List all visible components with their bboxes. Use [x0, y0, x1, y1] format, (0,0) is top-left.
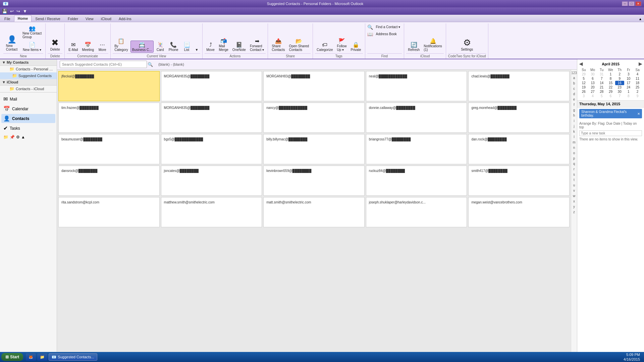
new-items-button[interactable]: 📄 New Items ▾ [21, 41, 43, 53]
alpha-q[interactable]: q [573, 161, 575, 167]
alpha-r[interactable]: r [574, 167, 575, 172]
new-contact-button[interactable]: 👤 NewContact [3, 35, 20, 53]
contact-card[interactable]: chad.lewis@████████ [468, 71, 570, 101]
alpha-m[interactable]: m [573, 140, 575, 145]
tab-addins[interactable]: Add-Ins [115, 15, 135, 22]
cal-day[interactable]: 31 [597, 72, 606, 76]
alpha-w[interactable]: w [573, 193, 575, 199]
mail-merge-button[interactable]: 📬 MailMerge [217, 37, 230, 53]
contact-card[interactable]: joseph.shuklaper@harleydavidson.c... [366, 197, 467, 227]
new-task-input[interactable] [579, 130, 642, 136]
cal-day[interactable]: 29 [606, 89, 615, 94]
contact-card[interactable]: nancy@████████████ [263, 103, 365, 133]
cal-day[interactable]: 25 [633, 85, 642, 89]
private-button[interactable]: 🔒 Private [349, 41, 363, 53]
tab-home[interactable]: Home [14, 15, 32, 22]
nav-expand-icon[interactable]: ▲ [21, 135, 25, 139]
move-button[interactable]: ⤴ Move [205, 41, 217, 53]
contact-card[interactable]: MORGANH835@████████ [161, 103, 262, 133]
cal-day[interactable]: 3 [579, 94, 588, 98]
card-button[interactable]: 🃏 Card [154, 41, 166, 53]
cal-day[interactable]: 1 [606, 72, 615, 76]
alpha-y[interactable]: y [573, 204, 575, 209]
contact-card[interactable]: jsncates@████████ [161, 166, 262, 196]
alpha-a[interactable]: a [573, 75, 575, 81]
cal-day[interactable]: 8 [606, 76, 615, 81]
taskbar-outlook[interactable]: 📧 Suggested Contacts... [49, 353, 97, 361]
forward-contact-button[interactable]: ➡ ForwardContact ▾ [248, 37, 266, 53]
cal-day[interactable]: 20 [588, 85, 597, 89]
nav-folder-icon[interactable]: 📁 [3, 135, 8, 139]
settings-button[interactable]: ⚙ Settings [459, 37, 475, 53]
cal-day[interactable]: 30 [615, 89, 624, 94]
alpha-t[interactable]: t [574, 177, 575, 183]
contact-card[interactable]: greg.morehead@████████ [468, 103, 570, 133]
contact-card[interactable]: jfleckal@████████ [58, 71, 160, 101]
new-contact-group-button[interactable]: 👥 New ContactGroup [21, 24, 43, 40]
onenote-button[interactable]: 📓 OneNote [231, 41, 248, 53]
my-contacts-header[interactable]: ▼ My Contacts [0, 59, 57, 66]
nav-contacts[interactable]: 👤 Contacts [1, 114, 55, 123]
alpha-u[interactable]: u [573, 183, 575, 188]
tab-view[interactable]: View [82, 15, 97, 22]
qat-undo[interactable]: ↩ [9, 8, 14, 14]
qat-save[interactable]: 💾 [1, 8, 8, 14]
contact-card[interactable]: briangross77@████████ [366, 134, 467, 164]
cal-day[interactable]: 26 [579, 89, 588, 94]
contact-card[interactable]: MORGANH835@████████ [161, 71, 262, 101]
contacts-grid-scroll[interactable]: jfleckal@████████MORGANH835@████████MORG… [57, 70, 571, 362]
alpha-b[interactable]: b [573, 81, 575, 86]
cal-day[interactable]: 4 [588, 94, 597, 98]
alpha-s[interactable]: s [573, 172, 575, 177]
cal-day[interactable]: 19 [579, 85, 588, 89]
cal-day[interactable]: 2 [615, 72, 624, 76]
view-more-button[interactable]: ▼ [194, 47, 200, 53]
contact-card[interactable]: smith417@████████ [468, 166, 570, 196]
cal-day[interactable]: 12 [579, 81, 588, 85]
list-button[interactable]: 📃 List [181, 41, 193, 53]
cal-next[interactable]: ▶ [639, 61, 642, 66]
phone-button[interactable]: 📞 Phone [167, 41, 180, 53]
qat-redo[interactable]: ↪ [16, 8, 21, 14]
cal-day[interactable]: 7 [597, 76, 606, 81]
cal-day[interactable]: 18 [633, 81, 642, 85]
cal-prev[interactable]: ◀ [579, 61, 583, 66]
cal-day[interactable]: 15 [606, 81, 615, 85]
alpha-n[interactable]: n [573, 145, 575, 150]
contact-card[interactable]: neal@████████████ [366, 71, 467, 101]
cal-day[interactable]: 27 [588, 89, 597, 94]
contact-card[interactable]: donnie.callaway@████████ [366, 103, 467, 133]
cal-day[interactable]: 16 [615, 81, 624, 85]
alpha-e[interactable]: e [573, 97, 575, 102]
restore-button[interactable]: □ [629, 1, 635, 6]
contact-card[interactable]: matt.smith@smithelectric.com [263, 197, 365, 227]
alpha-o[interactable]: o [573, 150, 575, 156]
contact-card[interactable]: tim.frazee@████████ [58, 103, 160, 133]
contact-card[interactable]: dansrock@████████ [58, 166, 160, 196]
cal-day[interactable]: 4 [633, 72, 642, 76]
sidebar-collapse[interactable]: ▼ My Contacts [0, 59, 57, 66]
tab-icloud[interactable]: iCloud [97, 15, 115, 22]
taskbar-explorer[interactable]: 📁 [37, 353, 47, 361]
start-button[interactable]: ⊞ Start [1, 353, 23, 361]
notifications-button[interactable]: 🔔 Notifications(1) [422, 37, 443, 53]
nav-pin-icon[interactable]: 📌 [10, 135, 15, 139]
cal-day[interactable]: 6 [606, 94, 615, 98]
share-contacts-button[interactable]: 📤 ShareContacts [270, 37, 286, 53]
cal-day[interactable]: 9 [633, 94, 642, 98]
alpha-j[interactable]: j [574, 124, 574, 129]
business-card-button[interactable]: 📇 Business C... [130, 41, 154, 53]
alpha-d[interactable]: d [573, 92, 575, 97]
contact-card[interactable]: rita.sandstrom@kcpl.com [58, 197, 160, 227]
tab-send-receive[interactable]: Send / Receive [32, 15, 64, 22]
alpha-l[interactable]: l [574, 134, 574, 140]
nav-config-icon[interactable]: ⚙ [16, 135, 20, 139]
alpha-h[interactable]: h [573, 113, 575, 118]
delete-button[interactable]: ✖ Delete [48, 37, 62, 53]
alpha-f[interactable]: f [574, 102, 575, 108]
cal-day[interactable]: 22 [606, 85, 615, 89]
more-button[interactable]: ⋯ More [96, 41, 108, 53]
cal-day[interactable]: 3 [624, 72, 633, 76]
cal-day[interactable]: 11 [633, 76, 642, 81]
icloud-header[interactable]: ▼ iCloud [0, 79, 57, 85]
